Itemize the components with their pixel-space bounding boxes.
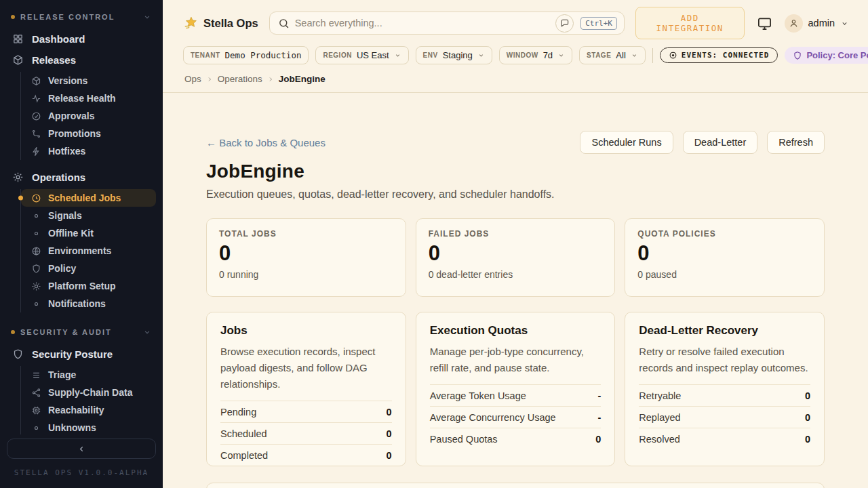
sidebar-item-label: Offline Kit — [48, 228, 94, 239]
section-bullet-icon — [11, 15, 15, 19]
metric-value: 0 — [805, 390, 810, 401]
breadcrumb-item-jobengine: JobEngine — [279, 74, 326, 84]
events-status-text: EVENTS: CONNECTED — [682, 51, 770, 60]
metric-label: Pending — [220, 407, 256, 418]
region-filter[interactable]: REGION US East — [315, 46, 408, 64]
chevron-down-icon — [477, 52, 485, 59]
chevron-left-icon — [77, 444, 87, 454]
feature-cards-row: Jobs Browse execution records, inspect p… — [206, 312, 825, 466]
username: admin — [808, 18, 835, 28]
sidebar-item-signals[interactable]: Signals — [21, 207, 156, 224]
metric-row: Retryable 0 — [639, 384, 810, 406]
sidebar-nav: RELEASE CONTROL Dashboard Releases Versi… — [0, 0, 163, 434]
cube-icon — [12, 54, 24, 66]
card-title: Dead-Letter Recovery — [639, 324, 810, 338]
stage-filter-label: STAGE — [587, 52, 611, 59]
chevron-down-icon — [557, 52, 565, 59]
metric-label: Average Token Usage — [430, 390, 526, 401]
tenant-filter[interactable]: TENANT Demo Production — [183, 46, 309, 64]
shield-icon — [31, 264, 41, 274]
env-filter-label: ENV — [423, 52, 438, 59]
gear-icon — [31, 281, 41, 291]
add-integration-button[interactable]: ADD INTEGRATION — [635, 7, 745, 39]
card-title: Execution Quotas — [430, 324, 601, 338]
sidebar-item-label: Unknowns — [48, 422, 96, 433]
sidebar-item-policy[interactable]: Policy — [21, 260, 156, 277]
sidebar-item-hotfixes[interactable]: Hotfixes — [21, 142, 156, 160]
sidebar-item-scheduled-jobs[interactable]: Scheduled Jobs — [21, 189, 156, 207]
section-label: RELEASE CONTROL — [20, 13, 115, 21]
dead-letter-button[interactable]: Dead-Letter — [683, 131, 758, 154]
breadcrumb-item-ops[interactable]: Ops — [184, 74, 201, 84]
chevron-right-icon — [267, 75, 275, 83]
chat-bubble-icon[interactable] — [555, 14, 574, 33]
sidebar-item-release-health[interactable]: Release Health — [21, 89, 156, 107]
sidebar-collapse-button[interactable] — [7, 439, 156, 459]
breadcrumb-item-operations[interactable]: Operations — [218, 74, 262, 84]
sidebar-item-notifications[interactable]: Notifications — [21, 295, 156, 312]
sidebar-item-operations[interactable]: Operations — [0, 167, 163, 188]
sidebar: RELEASE CONTROL Dashboard Releases Versi… — [0, 0, 163, 488]
list-icon — [31, 370, 41, 380]
page-actions: Scheduler Runs Dead-Letter Refresh — [580, 131, 825, 154]
sidebar-item-versions[interactable]: Versions — [21, 72, 156, 89]
refresh-button[interactable]: Refresh — [767, 131, 825, 154]
sidebar-item-label: Hotfixes — [48, 146, 85, 157]
window-filter[interactable]: WINDOW 7d — [499, 46, 572, 64]
metric-label: Paused Quotas — [430, 434, 498, 445]
dead-letter-recovery-card[interactable]: Dead-Letter Recovery Retry or resolve fa… — [625, 312, 825, 466]
stat-note: 0 running — [219, 269, 393, 280]
metric-row: Completed 0 — [220, 444, 392, 466]
sidebar-item-supply-chain-data[interactable]: Supply-Chain Data — [21, 384, 156, 401]
sidebar-item-label: Versions — [48, 75, 87, 86]
back-link[interactable]: ← Back to Jobs & Queues — [206, 137, 326, 148]
sidebar-item-platform-setup[interactable]: Platform Setup — [21, 277, 156, 295]
scheduler-runs-button[interactable]: Scheduler Runs — [580, 131, 673, 154]
env-filter[interactable]: ENV Staging — [416, 46, 492, 64]
sidebar-item-reachability[interactable]: Reachability — [21, 401, 156, 419]
sidebar-item-label: Approvals — [48, 110, 94, 121]
events-status-pill: EVENTS: CONNECTED — [660, 47, 778, 63]
sidebar-item-offline-kit[interactable]: Offline Kit — [21, 224, 156, 242]
sidebar-item-releases[interactable]: Releases — [0, 49, 163, 70]
share-icon — [31, 388, 41, 398]
search-input[interactable] — [295, 18, 551, 28]
stats-row: TOTAL JOBS 0 0 running FAILED JOBS 0 0 d… — [206, 218, 825, 297]
chevron-down-icon — [631, 52, 638, 59]
global-search[interactable]: Ctrl+K — [269, 12, 625, 35]
user-menu[interactable]: admin — [785, 14, 850, 33]
git-branch-icon — [31, 129, 41, 139]
breadcrumb: Ops Operations JobEngine — [163, 71, 868, 93]
sidebar-item-label: Promotions — [48, 128, 101, 139]
monitor-icon[interactable] — [757, 16, 772, 31]
section-bullet-icon — [11, 330, 15, 334]
metric-label: Scheduled — [220, 428, 267, 439]
metric-row: Paused Quotas 0 — [430, 428, 601, 449]
sidebar-item-environments[interactable]: Environments — [21, 242, 156, 260]
sidebar-item-label: Dashboard — [32, 33, 85, 45]
sidebar-item-label: Releases — [32, 54, 76, 66]
sidebar-item-approvals[interactable]: Approvals — [21, 107, 156, 125]
metric-label: Average Concurrency Usage — [430, 412, 556, 423]
env-filter-value: Staging — [443, 50, 473, 60]
logo-comet-icon — [183, 16, 198, 30]
sidebar-item-unknowns[interactable]: Unknowns — [21, 419, 156, 434]
jobs-card[interactable]: Jobs Browse execution records, inspect p… — [206, 312, 406, 466]
metric-label: Replayed — [639, 412, 680, 423]
sidebar-item-triage[interactable]: Triage — [21, 366, 156, 384]
stage-filter[interactable]: STAGE All — [579, 46, 646, 64]
cpu-icon — [31, 405, 41, 415]
sidebar-item-security-posture[interactable]: Security Posture — [0, 344, 163, 365]
execution-quotas-card[interactable]: Execution Quotas Manage per-job-type con… — [416, 312, 616, 466]
sidebar-section-security-audit[interactable]: SECURITY & AUDIT — [0, 319, 163, 344]
operations-subtree: Scheduled Jobs Signals Offline Kit Envir… — [20, 189, 163, 312]
sidebar-item-dashboard[interactable]: Dashboard — [0, 28, 163, 49]
main-area: Stella Ops Ctrl+K ADD INTEGRATION admin — [163, 0, 868, 488]
sidebar-item-promotions[interactable]: Promotions — [21, 125, 156, 142]
policy-badge[interactable]: Policy: Core Policy Pack latest — [785, 47, 868, 64]
chevron-down-icon — [394, 52, 401, 59]
sidebar-section-release-control[interactable]: RELEASE CONTROL — [0, 4, 163, 28]
tenant-filter-value: Demo Production — [225, 50, 302, 60]
metric-label: Completed — [220, 450, 268, 461]
brand[interactable]: Stella Ops — [183, 16, 258, 30]
